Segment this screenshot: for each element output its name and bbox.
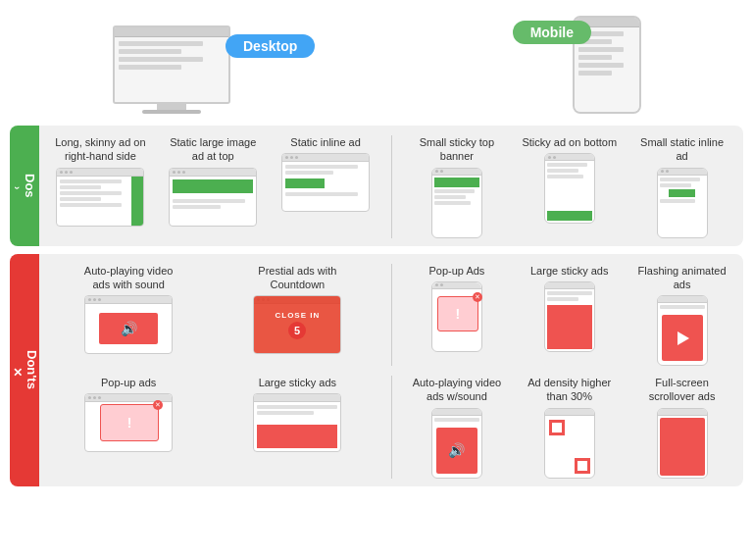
donts-mobile-row1: Pop-up Ads ✕ ! Large sticky ads xyxy=(394,264,736,367)
dos-small-sticky-top-mock xyxy=(431,168,482,238)
dont-autoplaying-label: Auto-playing video ads with sound xyxy=(79,264,177,292)
dont-flashing-label: Flashing animated ads xyxy=(633,264,731,292)
dos-small-static-inline: Small static inline ad xyxy=(628,135,735,238)
close-in-overlay: CLOSE IN 5 xyxy=(254,296,340,353)
donts-mobile-row2: Auto-playing video ads w/sound 🔊 xyxy=(394,376,736,479)
dos-static-large-label: Static large image ad at top xyxy=(164,135,262,164)
dont-prestial: Prestial ads with Countdown CLOSE IN 5 xyxy=(216,264,378,367)
donts-desktop-row2: Pop-up ads ✕ ! Large sticky ads xyxy=(47,376,389,479)
dos-static-inline-label: Static inline ad xyxy=(290,135,361,149)
dos-static-inline: Static inline ad xyxy=(273,135,379,238)
popup-close-button: ✕ xyxy=(473,292,482,302)
countdown-circle: 5 xyxy=(288,322,306,339)
desktop-badge: Desktop xyxy=(226,34,315,58)
dont-popup-desktop-label: Pop-up ads xyxy=(101,376,156,389)
donts-row-2: Pop-up ads ✕ ! Large sticky ads xyxy=(47,376,735,479)
donts-row-1: Auto-playing video ads with sound 🔊 xyxy=(47,264,735,367)
desktop-popup-close: ✕ xyxy=(153,400,163,410)
dos-section: Dos › Long, skinny ad on right-hand side xyxy=(10,126,743,246)
donts-section: Don'ts ✕ Auto-playing video ads with sou… xyxy=(10,254,743,486)
dos-small-sticky-top-label: Small sticky top banner xyxy=(408,135,506,164)
dont-autoplaying-mobile: Auto-playing video ads w/sound 🔊 xyxy=(404,376,511,479)
dont-prestial-label: Prestial ads with Countdown xyxy=(248,264,346,292)
speaker-icon: 🔊 xyxy=(121,321,137,336)
popup-overlay: ✕ ! xyxy=(437,296,478,331)
density-corner-tl xyxy=(549,420,565,435)
dont-autoplaying-video: Auto-playing video ads with sound 🔊 xyxy=(47,264,210,367)
dont-ad-density: Ad density higher than 30% xyxy=(516,376,623,479)
dos-long-skinny: Long, skinny ad on right-hand side xyxy=(47,135,154,238)
dont-ad-density-mock xyxy=(544,408,595,479)
dos-label: Dos › xyxy=(10,126,39,246)
dont-autoplaying-mobile-label: Auto-playing video ads w/sound xyxy=(408,376,506,404)
donts-content: Auto-playing video ads with sound 🔊 xyxy=(39,254,743,486)
exclamation-icon: ! xyxy=(456,306,461,322)
dos-static-large: Static large image ad at top xyxy=(160,135,267,238)
desktop-base xyxy=(142,110,201,114)
dont-large-sticky-desktop-mock xyxy=(253,393,341,452)
dont-large-sticky-desktop: Large sticky ads xyxy=(216,376,378,479)
devices-header: Desktop Mobile xyxy=(10,10,743,118)
dont-large-sticky-mobile-mock xyxy=(544,281,595,352)
dos-sticky-bottom: Sticky ad on bottom xyxy=(516,135,623,238)
dos-small-sticky-top: Small sticky top banner xyxy=(404,135,511,238)
dont-flashing-mock xyxy=(657,295,708,366)
dont-autoplaying-mock: 🔊 xyxy=(84,295,173,354)
dos-long-skinny-label: Long, skinny ad on right-hand side xyxy=(51,135,149,164)
dont-flashing-animated: Flashing animated ads xyxy=(628,264,735,367)
desktop-device-illustration xyxy=(113,25,230,114)
dont-fullscreen-label: Full-screen scrollover ads xyxy=(633,376,731,404)
dont-popup-desktop-mock: ✕ ! xyxy=(84,393,173,452)
dont-fullscreen-scrollover: Full-screen scrollover ads xyxy=(628,376,735,479)
desktop-screen xyxy=(113,25,230,104)
dos-long-skinny-mock xyxy=(56,168,144,227)
dos-static-large-mock xyxy=(169,168,257,227)
mobile-badge: Mobile xyxy=(513,21,591,44)
dont-ad-density-label: Ad density higher than 30% xyxy=(521,376,619,404)
dont-prestial-mock: CLOSE IN 5 xyxy=(253,295,341,354)
density-corner-br xyxy=(575,458,590,474)
dont-popup-mobile: Pop-up Ads ✕ ! xyxy=(404,264,511,367)
desktop-popup-overlay: ✕ ! xyxy=(100,404,159,441)
desktop-exclamation-icon: ! xyxy=(127,415,132,431)
dos-platform-row: Long, skinny ad on right-hand side xyxy=(47,135,735,238)
dos-mobile-items: Small sticky top banner xyxy=(394,135,736,238)
main-container: Desktop Mobile Dos › xyxy=(0,0,753,496)
dont-autoplaying-mobile-mock: 🔊 xyxy=(431,408,482,479)
dos-sticky-bottom-label: Sticky ad on bottom xyxy=(522,135,617,149)
donts-label: Don'ts ✕ xyxy=(10,254,39,486)
dos-sticky-bottom-mock xyxy=(544,153,595,224)
dos-small-static-inline-mock xyxy=(657,168,708,238)
dont-popup-mobile-label: Pop-up Ads xyxy=(428,264,484,278)
dos-small-static-inline-label: Small static inline ad xyxy=(633,135,731,164)
donts-divider xyxy=(391,264,392,367)
close-in-text: CLOSE IN xyxy=(275,311,320,320)
dont-fullscreen-mock xyxy=(657,408,708,479)
dont-large-sticky-mobile: Large sticky ads xyxy=(516,264,623,367)
donts-desktop-row1: Auto-playing video ads with sound 🔊 xyxy=(47,264,389,367)
dos-content: Long, skinny ad on right-hand side xyxy=(39,126,743,246)
dos-desktop-items: Long, skinny ad on right-hand side xyxy=(47,135,389,238)
dont-popup-desktop: Pop-up ads ✕ ! xyxy=(47,376,210,479)
dont-large-sticky-mobile-label: Large sticky ads xyxy=(530,264,608,278)
dont-popup-mobile-mock: ✕ ! xyxy=(431,281,482,352)
dos-static-inline-mock xyxy=(281,153,370,212)
donts-divider-2 xyxy=(391,376,392,479)
play-icon xyxy=(678,331,689,345)
dont-large-sticky-desktop-label: Large sticky ads xyxy=(259,376,336,389)
section-divider xyxy=(391,135,392,238)
